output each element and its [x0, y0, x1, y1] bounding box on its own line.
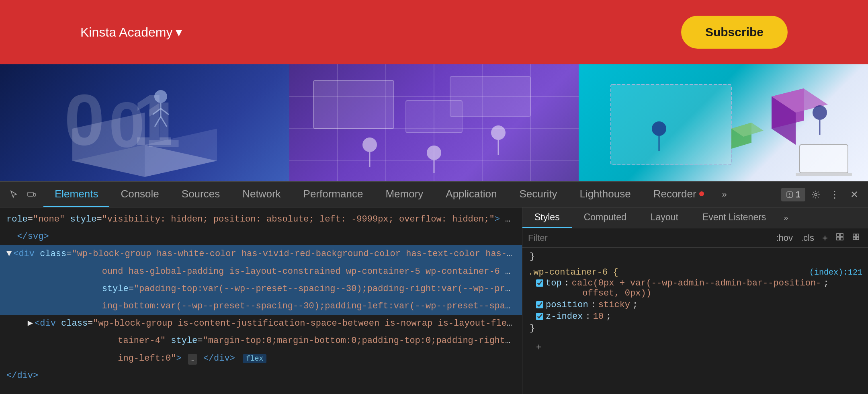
tab-elements[interactable]: Elements	[43, 182, 109, 207]
devtools-content: role="none" style="visibility: hidden; p…	[0, 207, 868, 394]
styles-filter-input[interactable]	[528, 233, 770, 243]
css-selector-wp-container-6[interactable]: .wp-container-6 {	[528, 267, 618, 277]
settings-button[interactable]	[807, 186, 825, 203]
close-devtools-button[interactable]: ✕	[845, 186, 863, 203]
card-image-3	[579, 64, 868, 185]
site-nav[interactable]: Kinsta Academy ▾	[80, 25, 182, 40]
svg-point-43	[699, 191, 704, 196]
svg-text:0: 0	[64, 79, 104, 160]
devtools-panel: Elements Console Sources Network Perform…	[0, 181, 868, 394]
elements-line-3d-selected: ing-bottom:var(--wp--preset--spacing--30…	[0, 298, 522, 315]
styles-panel: Styles Computed Layout Event Listeners »…	[522, 207, 868, 394]
card-image-1: 0 1	[0, 64, 289, 185]
css-rule-close-brace: }	[528, 322, 862, 334]
styles-tab-layout[interactable]: Layout	[639, 207, 690, 228]
svg-point-24	[427, 146, 441, 160]
styles-tab-styles[interactable]: Styles	[522, 207, 572, 228]
styles-tab-more[interactable]: »	[778, 207, 794, 228]
svg-rect-42	[34, 193, 35, 196]
card-images-row: 0 1	[0, 64, 868, 185]
tab-more-button[interactable]: »	[716, 182, 733, 207]
svg-rect-50	[837, 237, 839, 240]
svg-rect-41	[28, 192, 33, 196]
css-origin-link[interactable]: (index):121	[809, 268, 862, 277]
devtools-right-actions: 1 ⋮ ✕	[781, 186, 863, 203]
svg-rect-29	[611, 84, 731, 165]
elements-line-3c-selected: style="padding-top:var(--wp--preset--spa…	[0, 280, 522, 298]
elements-line-4: ▶<div class="wp-block-group is-content-j…	[0, 315, 522, 332]
svg-text:1: 1	[133, 79, 173, 160]
svg-point-35	[652, 121, 666, 136]
svg-point-47	[815, 193, 817, 196]
svg-line-7	[153, 109, 161, 115]
site-nav-label: Kinsta Academy	[80, 25, 172, 40]
css-prop-position-checkbox[interactable]	[536, 301, 543, 308]
styles-tabs: Styles Computed Layout Event Listeners »	[522, 207, 868, 228]
add-rule-button[interactable]: +	[820, 232, 830, 244]
css-rule-previous: }	[528, 251, 862, 263]
tab-lighthouse[interactable]: Lighthouse	[568, 182, 642, 207]
devtools-topbar: Elements Console Sources Network Perform…	[0, 182, 868, 207]
tab-memory[interactable]: Memory	[374, 182, 434, 207]
filter-actions: :hov .cls +	[774, 231, 862, 245]
svg-point-26	[491, 125, 506, 140]
elements-line-2: </svg>	[0, 228, 522, 245]
tab-console[interactable]: Console	[109, 182, 170, 207]
svg-rect-49	[840, 234, 843, 236]
styles-tab-computed[interactable]: Computed	[572, 207, 639, 228]
styles-content: } .wp-container-6 { (index):121 top : ca…	[522, 248, 868, 394]
tab-performance[interactable]: Performance	[292, 182, 375, 207]
elements-line-4b: tainer-4" style="margin-top:0;margin-bot…	[0, 332, 522, 349]
elements-line-1: role="none" style="visibility: hidden; p…	[0, 211, 522, 228]
device-toggle-button[interactable]	[23, 186, 40, 203]
tab-network[interactable]: Network	[231, 182, 292, 207]
issues-badge-button[interactable]: 1	[781, 188, 805, 201]
hov-toggle-button[interactable]: :hov	[774, 231, 795, 245]
css-prop-top-checkbox[interactable]	[536, 279, 543, 287]
css-rule-wp-container-6: .wp-container-6 { (index):121 top : calc…	[528, 267, 862, 334]
styles-filter-bar: :hov .cls +	[522, 228, 868, 248]
svg-marker-2	[145, 129, 217, 177]
site-header: Kinsta Academy ▾ Subscribe	[0, 0, 868, 64]
elements-line-4c: ing-left:0"> … </div> flex	[0, 350, 522, 367]
add-style-property-button[interactable]: +	[534, 341, 544, 353]
inspect-style-icon[interactable]	[833, 231, 846, 245]
svg-rect-48	[837, 234, 839, 236]
css-prop-position: position : sticky ;	[528, 299, 862, 311]
tab-application[interactable]: Application	[434, 182, 508, 207]
elements-panel: role="none" style="visibility: hidden; p…	[0, 207, 522, 394]
expand-styles-button[interactable]	[850, 231, 862, 245]
svg-point-37	[813, 105, 827, 120]
subscribe-button[interactable]: Subscribe	[681, 16, 788, 49]
svg-line-8	[161, 109, 169, 115]
css-prop-top: top : calc(0px + var(--wp-admin--admin-b…	[528, 277, 862, 299]
svg-line-9	[155, 117, 161, 127]
elements-line-3b-selected: ound has-global-padding is-layout-constr…	[0, 263, 522, 280]
inspect-element-button[interactable]	[5, 186, 23, 203]
tab-recorder[interactable]: Recorder	[642, 182, 716, 207]
svg-rect-40	[796, 173, 852, 176]
svg-point-5	[154, 90, 167, 103]
more-options-button[interactable]: ⋮	[826, 186, 844, 203]
elements-line-3-selected[interactable]: ▼<div class="wp-block-group has-white-co…	[0, 245, 522, 263]
svg-point-46	[789, 196, 790, 197]
cls-toggle-button[interactable]: .cls	[798, 231, 817, 245]
card-image-2	[289, 64, 579, 185]
css-prop-z-index: z-index : 10 ;	[528, 311, 862, 322]
css-prop-z-index-checkbox[interactable]	[536, 313, 543, 320]
styles-tab-event-listeners[interactable]: Event Listeners	[690, 207, 778, 228]
svg-rect-19	[313, 80, 394, 129]
add-property-area: +	[528, 339, 862, 355]
tab-sources[interactable]: Sources	[170, 182, 231, 207]
svg-point-22	[362, 137, 377, 152]
svg-rect-39	[800, 145, 848, 173]
tab-security[interactable]: Security	[508, 182, 569, 207]
elements-line-5: </div>	[0, 367, 522, 384]
devtools-tabs: Elements Console Sources Network Perform…	[43, 182, 781, 207]
website-preview: Kinsta Academy ▾ Subscribe 0 1	[0, 0, 868, 185]
svg-rect-51	[840, 237, 843, 240]
nav-chevron-icon: ▾	[176, 25, 182, 40]
closing-brace: }	[528, 251, 862, 263]
svg-rect-21	[450, 76, 530, 117]
svg-line-10	[161, 117, 167, 127]
